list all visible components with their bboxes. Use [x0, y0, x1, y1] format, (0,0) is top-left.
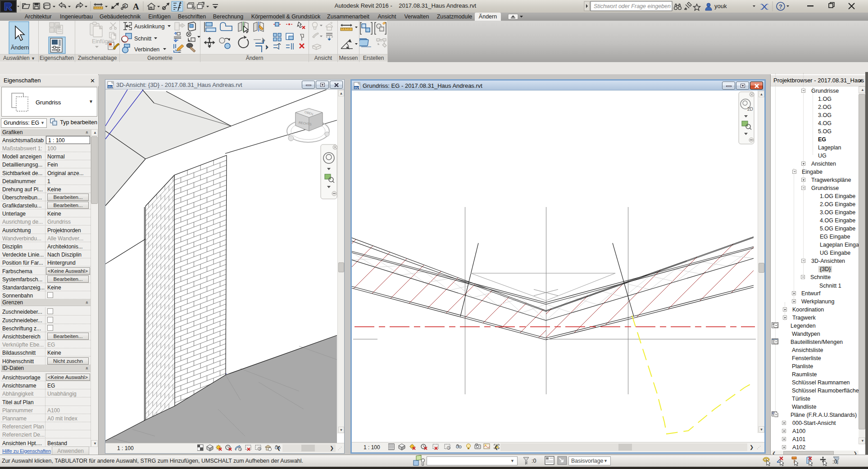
svg-text:9: 9 — [259, 447, 261, 451]
svg-text:Ausklinkung: Ausklinkung — [134, 23, 164, 30]
svg-text:youk: youk — [714, 3, 727, 9]
svg-text:RVT: RVT — [354, 86, 360, 90]
svg-text:Ändern: Ändern — [11, 45, 29, 51]
svg-text:?: ? — [779, 3, 782, 10]
svg-text:1: 1 — [124, 4, 127, 8]
svg-text:RVT: RVT — [108, 86, 114, 89]
svg-text:Stichwort oder Frage eingeben: Stichwort oder Frage eingeben — [594, 3, 671, 9]
svg-text:A: A — [133, 2, 139, 11]
svg-text:9: 9 — [240, 448, 241, 451]
svg-text:2D: 2D — [747, 107, 753, 112]
svg-text:Verbinden: Verbinden — [134, 46, 159, 53]
svg-text:Schnitt: Schnitt — [134, 36, 152, 42]
svg-text:9: 9 — [448, 446, 450, 450]
